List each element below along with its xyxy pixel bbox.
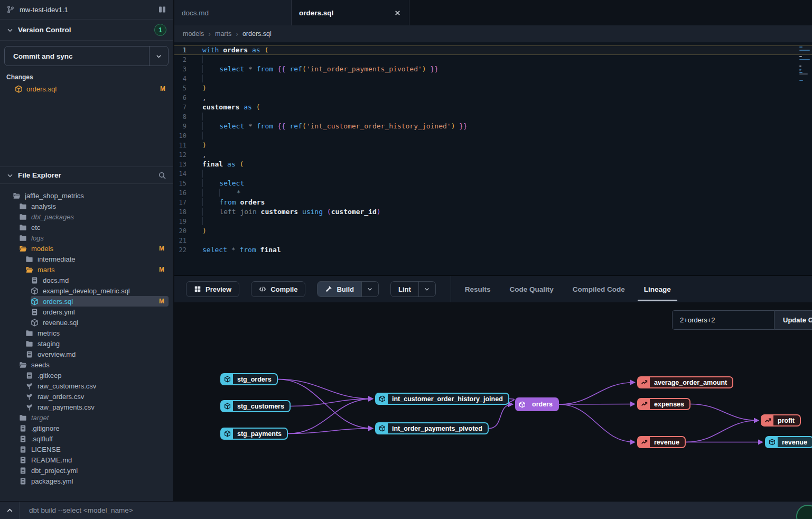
lineage-node-orders[interactable]: orders bbox=[515, 397, 559, 411]
code-line: 22select * from final bbox=[174, 245, 812, 255]
file-tree-item[interactable]: docs.md bbox=[31, 275, 169, 285]
dbt-command-input[interactable] bbox=[20, 502, 812, 519]
ide-app: mw-test-idev1.1 Version Control 1 Commit… bbox=[0, 0, 812, 519]
file-tree-item[interactable]: .sqlfluff bbox=[19, 433, 169, 444]
panel-tab-lineage[interactable]: Lineage bbox=[644, 276, 671, 302]
lineage-node-label: average_order_amount bbox=[650, 377, 732, 387]
editor-minimap[interactable] bbox=[799, 47, 811, 81]
file-tree-item[interactable]: jaffle_shop_metrics bbox=[13, 190, 169, 201]
panel-tab-results[interactable]: Results bbox=[465, 276, 491, 302]
lineage-panel: Update Graph stg_orders stg_customers st… bbox=[174, 302, 812, 501]
doc-icon bbox=[19, 467, 27, 475]
file-tree-item[interactable]: packages.yml bbox=[19, 476, 169, 486]
file-tree-item[interactable]: raw_orders.csv bbox=[25, 391, 169, 402]
lint-button-group: Lint bbox=[390, 281, 436, 297]
version-control-header[interactable]: Version Control 1 bbox=[0, 20, 173, 41]
lineage-node-int_order_payments_pivoted[interactable]: int_order_payments_pivoted bbox=[375, 422, 489, 434]
lineage-node-profit[interactable]: profit bbox=[761, 414, 801, 427]
update-graph-button[interactable]: Update Graph bbox=[774, 310, 812, 330]
commit-options-chevron[interactable] bbox=[149, 47, 168, 66]
lineage-node-revenue_metric[interactable]: revenue bbox=[637, 436, 686, 448]
line-number: 17 bbox=[174, 198, 193, 207]
sidebar: mw-test-idev1.1 Version Control 1 Commit… bbox=[0, 0, 173, 501]
lint-button[interactable]: Lint bbox=[391, 282, 418, 296]
file-tree-label: docs.md bbox=[43, 276, 164, 284]
lineage-node-int_customer_order_history_joined[interactable]: int_customer_order_history_joined bbox=[375, 393, 509, 405]
line-number: 14 bbox=[174, 169, 193, 179]
breadcrumb-item[interactable]: marts bbox=[215, 30, 231, 38]
file-tree-label: .gitkeep bbox=[38, 372, 164, 379]
lineage-node-revenue_model[interactable]: revenue bbox=[765, 436, 812, 448]
code-line: 5) bbox=[174, 84, 812, 93]
changes-list: orders.sql M bbox=[0, 83, 173, 95]
close-tab-icon[interactable] bbox=[394, 9, 402, 17]
file-tree-item[interactable]: intermediate bbox=[25, 254, 169, 264]
file-tree-item[interactable]: overview.md bbox=[25, 349, 169, 359]
file-tree-item[interactable]: raw_customers.csv bbox=[25, 381, 169, 391]
lineage-node-stg_customers[interactable]: stg_customers bbox=[220, 400, 291, 412]
file-tree-label: overview.md bbox=[38, 350, 164, 358]
file-tree-item[interactable]: LICENSE bbox=[19, 444, 169, 455]
lineage-node-average_order_amount[interactable]: average_order_amount bbox=[637, 376, 733, 388]
preview-button[interactable]: Preview bbox=[186, 282, 239, 296]
file-tree-label: etc bbox=[31, 224, 164, 231]
code-line: 13final as ( bbox=[174, 160, 812, 169]
collapse-panel-chevron[interactable] bbox=[0, 502, 20, 519]
compile-button[interactable]: Compile bbox=[251, 282, 305, 296]
file-tree-item[interactable]: revenue.sql bbox=[31, 317, 169, 328]
columns-layout-icon[interactable] bbox=[158, 5, 166, 14]
file-tree-item[interactable]: dbt_project.yml bbox=[19, 465, 169, 476]
model-cube-icon bbox=[766, 437, 778, 447]
file-tree-item[interactable]: target bbox=[19, 412, 169, 423]
repo-name[interactable]: mw-test-idev1.1 bbox=[20, 6, 158, 14]
file-tree-item[interactable]: orders.yml bbox=[31, 307, 169, 317]
button-label: Lint bbox=[398, 285, 411, 293]
folder-icon bbox=[19, 234, 27, 242]
editor-tab-orders-sql[interactable]: orders.sql bbox=[291, 0, 409, 25]
breadcrumb-item[interactable]: models bbox=[183, 30, 204, 38]
cube-icon bbox=[31, 287, 39, 295]
changes-heading: Changes bbox=[6, 73, 173, 81]
editor-tab-docs-md[interactable]: docs.md bbox=[174, 0, 291, 25]
file-tree-item[interactable]: martsM bbox=[25, 264, 169, 275]
line-number: 8 bbox=[174, 112, 193, 122]
commit-and-sync-button[interactable]: Commit and sync bbox=[4, 46, 169, 66]
code-editor[interactable]: 1with orders as (2 3 select * from {{ re… bbox=[174, 42, 812, 275]
file-tree-item[interactable]: metrics bbox=[25, 328, 169, 338]
build-button[interactable]: Build bbox=[318, 282, 361, 296]
folder-open-icon bbox=[19, 361, 27, 369]
model-cube-icon bbox=[221, 429, 233, 439]
file-tree-item[interactable]: .gitkeep bbox=[25, 370, 169, 381]
panel-tab-compiled-code[interactable]: Compiled Code bbox=[573, 276, 625, 302]
file-tree-item[interactable]: analysis bbox=[19, 201, 169, 211]
changes-count-badge: 1 bbox=[154, 24, 166, 36]
file-tree-item[interactable]: README.md bbox=[19, 455, 169, 465]
file-tree-item[interactable]: orders.sqlM bbox=[31, 296, 169, 307]
lineage-filter-input[interactable] bbox=[672, 310, 774, 330]
file-tree-label: dbt_project.yml bbox=[31, 467, 164, 475]
file-tree-item[interactable]: example_develop_metric.sql bbox=[31, 285, 169, 296]
lineage-node-expenses[interactable]: expenses bbox=[637, 398, 690, 410]
metric-chart-icon bbox=[762, 415, 773, 425]
file-tree-item[interactable]: raw_payments.csv bbox=[25, 402, 169, 412]
panel-tab-code-quality[interactable]: Code Quality bbox=[510, 276, 554, 302]
line-number: 11 bbox=[174, 141, 193, 150]
search-icon[interactable] bbox=[158, 171, 166, 180]
file-tree-item[interactable]: etc bbox=[19, 222, 169, 233]
file-tree-item[interactable]: seeds bbox=[19, 359, 169, 370]
modified-badge: M bbox=[159, 266, 164, 273]
changed-file-row[interactable]: orders.sql M bbox=[0, 83, 173, 95]
lint-options-chevron[interactable] bbox=[418, 282, 435, 296]
lineage-node-stg_payments[interactable]: stg_payments bbox=[220, 428, 288, 440]
breadcrumb-item[interactable]: orders.sql bbox=[242, 30, 272, 38]
line-number: 13 bbox=[174, 160, 193, 169]
file-tree-item[interactable]: .gitignore bbox=[19, 423, 169, 433]
file-explorer-header[interactable]: File Explorer bbox=[0, 166, 173, 184]
lineage-node-stg_orders[interactable]: stg_orders bbox=[220, 373, 278, 385]
file-tree-item[interactable]: modelsM bbox=[19, 243, 169, 254]
file-tree-item[interactable]: logs bbox=[19, 233, 169, 243]
build-options-chevron[interactable] bbox=[361, 282, 378, 296]
file-tree-item[interactable]: dbt_packages bbox=[19, 211, 169, 222]
metric-chart-icon bbox=[638, 437, 650, 447]
file-tree-item[interactable]: staging bbox=[25, 338, 169, 349]
